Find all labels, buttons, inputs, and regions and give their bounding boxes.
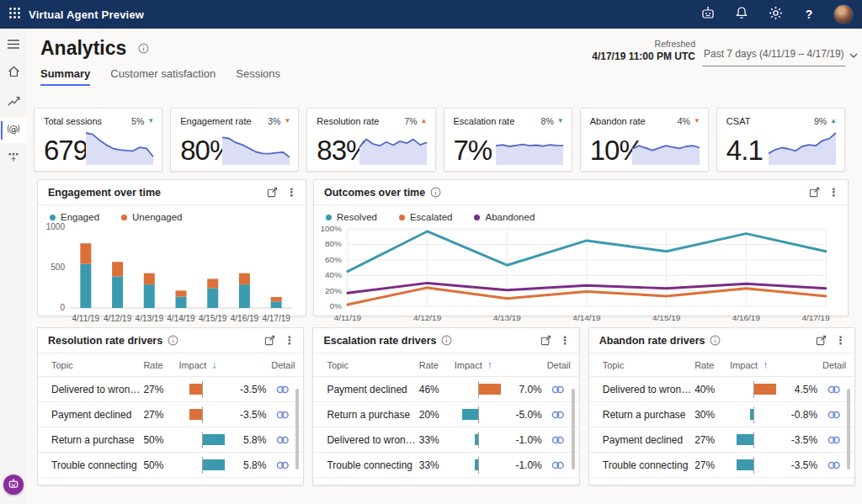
- expand-icon[interactable]: [816, 335, 827, 346]
- table-row[interactable]: Payment declined46%7.0%: [313, 377, 578, 402]
- info-icon[interactable]: [168, 335, 178, 346]
- card-title: Outcomes over time: [324, 187, 425, 199]
- info-icon[interactable]: [710, 335, 721, 346]
- detail-link-icon[interactable]: [268, 384, 296, 395]
- table-row[interactable]: Trouble connecting33%-1.0%: [313, 453, 578, 478]
- table-row[interactable]: Return a purchase50%5.8%: [38, 427, 303, 453]
- legend-label: Escalated: [410, 212, 453, 222]
- legend-dot-icon: [121, 215, 127, 220]
- table-row[interactable]: Payment declined27%-3.5%: [589, 427, 854, 453]
- table-scrollbar[interactable]: [295, 389, 299, 470]
- col-impact[interactable]: Impact↓: [178, 359, 231, 371]
- detail-link-icon[interactable]: [544, 434, 572, 446]
- tab-sessions[interactable]: Sessions: [236, 67, 280, 86]
- impact-bar-cell: [730, 457, 782, 474]
- table-scrollbar[interactable]: [847, 389, 850, 470]
- info-icon[interactable]: [430, 187, 441, 198]
- detail-link-icon[interactable]: [819, 434, 848, 446]
- svg-text:@: @: [9, 124, 19, 135]
- topic-cell: Trouble connecting: [603, 459, 694, 471]
- col-topic: Topic: [327, 360, 418, 370]
- tab-summary[interactable]: Summary: [40, 67, 90, 86]
- impact-bar-cell: [178, 457, 231, 474]
- legend-item[interactable]: Abandoned: [474, 212, 535, 222]
- impact-value-cell: 7.0%: [507, 384, 544, 395]
- col-impact[interactable]: Impact↑: [455, 359, 507, 371]
- rate-cell: 27%: [694, 459, 730, 471]
- impact-value-cell: -3.5%: [782, 434, 819, 446]
- col-rate: Rate: [143, 360, 178, 370]
- impact-value-cell: 4.5%: [782, 384, 819, 395]
- svg-text:4/11/19: 4/11/19: [72, 314, 100, 323]
- topic-cell: Return a purchase: [327, 409, 418, 421]
- bot-preview-button[interactable]: [699, 5, 717, 24]
- more-options-icon[interactable]: ⋮: [284, 335, 295, 346]
- table-header-row: TopicRateImpact↑Detail: [589, 353, 854, 377]
- detail-link-icon[interactable]: [268, 409, 296, 421]
- topic-cell: Return a purchase: [603, 409, 694, 421]
- analytics-info-icon[interactable]: [138, 43, 149, 54]
- rate-cell: 33%: [419, 434, 455, 446]
- legend-item[interactable]: Engaged: [50, 212, 99, 222]
- table-row[interactable]: Trouble connecting50%5.8%: [38, 453, 303, 478]
- kpi-delta: 7%▲: [404, 116, 427, 126]
- kpi-label: Escalation rate: [454, 116, 515, 126]
- svg-text:4/17/19: 4/17/19: [262, 314, 290, 323]
- more-options-icon[interactable]: ⋮: [286, 187, 297, 198]
- detail-link-icon[interactable]: [544, 459, 572, 471]
- table-row[interactable]: Delivered to wron…27%-3.5%: [38, 377, 303, 402]
- nav-menu-button[interactable]: [0, 32, 27, 57]
- tab-customer-satisfaction[interactable]: Customer satisfaction: [110, 67, 216, 86]
- legend-item[interactable]: Unengaged: [121, 212, 182, 222]
- top-app-bar: Virtual Agent Preview ?: [0, 0, 862, 29]
- escalation-rate-drivers-card: Escalation rate drivers ⋮ TopicRateImpac…: [312, 327, 579, 485]
- more-options-icon[interactable]: ⋮: [828, 187, 839, 198]
- topic-cell: Return a purchase: [51, 434, 143, 446]
- date-range-dropdown[interactable]: Past 7 days (4/11/19 – 4/17/19): [702, 44, 845, 66]
- detail-link-icon[interactable]: [268, 459, 296, 471]
- svg-text:4/16/19: 4/16/19: [732, 313, 761, 322]
- detail-link-icon[interactable]: [544, 409, 572, 421]
- info-icon[interactable]: [441, 335, 452, 346]
- avatar[interactable]: [833, 4, 854, 24]
- rate-cell: 27%: [143, 409, 178, 421]
- col-impact[interactable]: Impact↑: [730, 359, 782, 371]
- legend-item[interactable]: Escalated: [399, 212, 453, 222]
- legend-item[interactable]: Resolved: [326, 212, 377, 222]
- help-button[interactable]: ?: [800, 5, 818, 24]
- notifications-button[interactable]: [732, 5, 751, 24]
- impact-bar-cell: [455, 457, 507, 474]
- detail-link-icon[interactable]: [268, 434, 296, 446]
- topic-cell: Payment declined: [51, 409, 143, 421]
- impact-bar: [754, 384, 776, 395]
- settings-button[interactable]: [766, 5, 785, 24]
- sidebar-item-entities[interactable]: [0, 146, 27, 172]
- detail-link-icon[interactable]: [819, 459, 848, 471]
- detail-link-icon[interactable]: [819, 409, 848, 421]
- app-launcher-button[interactable]: [0, 0, 29, 29]
- sidebar-item-current[interactable]: @: [0, 118, 27, 143]
- more-options-icon[interactable]: ⋮: [560, 335, 571, 346]
- table-row[interactable]: Trouble connecting27%-3.5%: [589, 453, 854, 478]
- expand-icon[interactable]: [264, 335, 275, 346]
- table-scrollbar[interactable]: [572, 389, 575, 470]
- more-options-icon[interactable]: ⋮: [835, 335, 846, 346]
- detail-link-icon[interactable]: [819, 384, 848, 395]
- bot-chat-fab[interactable]: [3, 475, 24, 495]
- sidebar-item-analytics[interactable]: [0, 89, 27, 114]
- charts-row: Engagement over time ⋮ EngagedUnengaged …: [37, 179, 849, 316]
- kpi-delta: 4%▼: [678, 116, 700, 126]
- detail-link-icon[interactable]: [544, 384, 572, 395]
- expand-icon[interactable]: [809, 187, 820, 198]
- table-row[interactable]: Payment declined27%-3.5%: [38, 402, 303, 427]
- expand-icon[interactable]: [540, 335, 551, 346]
- expand-icon[interactable]: [267, 187, 278, 198]
- svg-text:0: 0: [60, 303, 65, 312]
- topic-cell: Delivered to wron…: [327, 434, 418, 446]
- table-row[interactable]: Delivered to wron…40%4.5%: [589, 377, 854, 402]
- table-row[interactable]: Return a purchase20%-5.0%: [313, 402, 578, 427]
- table-row[interactable]: Return a purchase30%-0.8%: [589, 402, 854, 427]
- sidebar-item-home[interactable]: [0, 61, 27, 86]
- svg-text:4/15/19: 4/15/19: [652, 313, 681, 322]
- table-row[interactable]: Delivered to wron…33%-1.0%: [313, 427, 578, 453]
